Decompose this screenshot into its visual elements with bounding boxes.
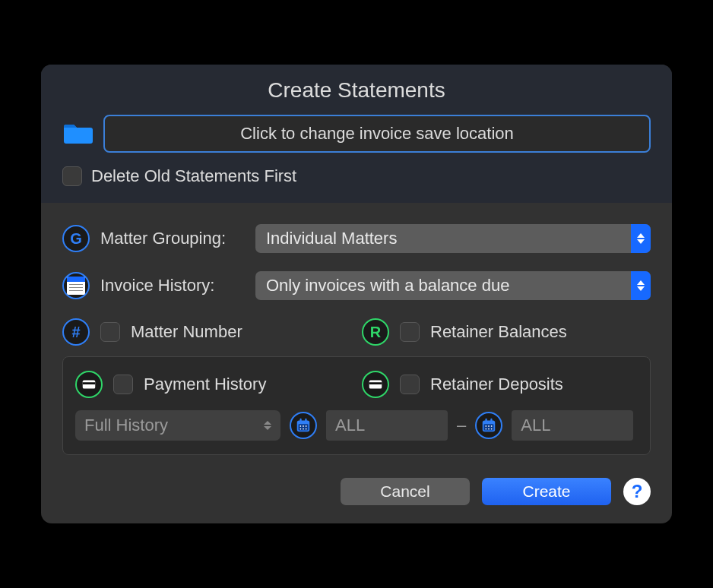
chevron-updown-icon [631,224,651,253]
calendar-to-icon[interactable] [475,412,502,439]
svg-point-10 [306,425,307,427]
retainer-deposits-option: Retainer Deposits [362,371,638,398]
svg-point-23 [491,428,493,430]
invoice-history-select[interactable]: Only invoices with a balance due [255,271,651,300]
date-to-value: ALL [521,416,550,435]
invoice-icon [62,272,90,299]
payment-history-option: Payment History [75,371,351,398]
retainer-deposits-label: Retainer Deposits [430,375,563,394]
invoice-history-label: Invoice History: [100,276,245,296]
retainer-balances-option: R Retainer Balances [362,318,651,346]
history-range-select[interactable]: Full History [75,410,280,441]
delete-old-checkbox[interactable] [62,166,82,186]
save-location-row: Click to change invoice save location [62,115,651,153]
svg-rect-3 [369,382,382,384]
invoice-history-row: Invoice History: Only invoices with a ba… [62,271,651,300]
hash-icon: # [62,318,90,346]
matter-grouping-value: Individual Matters [266,229,397,248]
delete-old-row: Delete Old Statements First [62,166,651,186]
date-range-row: Full History ALL – [75,410,638,441]
change-save-location-button[interactable]: Click to change invoice save location [103,115,651,153]
payment-history-checkbox[interactable] [113,375,133,394]
dialog-title: Create Statements [62,78,651,103]
dialog-header: Create Statements Click to change invoic… [41,65,672,203]
svg-point-22 [488,428,490,430]
card-icon [75,371,103,398]
svg-rect-17 [491,419,493,422]
svg-point-18 [486,425,487,427]
chevron-updown-icon [264,421,271,430]
svg-point-9 [303,425,304,427]
history-range-value: Full History [84,416,168,435]
options-row-1: # Matter Number R Retainer Balances [62,318,651,346]
create-button[interactable]: Create [482,478,611,505]
history-panel: Payment History Retainer Deposits Full H… [62,356,651,455]
grouping-icon: G [62,225,90,252]
svg-point-12 [303,428,304,430]
invoice-history-value: Only invoices with a balance due [266,276,509,296]
dialog-footer: Cancel Create ? [62,478,651,505]
svg-rect-6 [299,419,301,422]
svg-point-8 [299,425,301,427]
matter-number-checkbox[interactable] [100,322,120,342]
matter-number-label: Matter Number [131,322,242,342]
matter-number-option: # Matter Number [62,318,351,346]
svg-rect-1 [83,382,96,384]
svg-point-20 [491,425,493,427]
svg-rect-7 [305,419,306,422]
date-range-separator: – [457,416,466,435]
history-panel-top: Payment History Retainer Deposits [75,371,638,398]
svg-point-13 [306,428,307,430]
create-statements-dialog: Create Statements Click to change invoic… [41,65,672,523]
dialog-body: G Matter Grouping: Individual Matters In… [41,203,672,523]
svg-point-11 [299,428,301,430]
date-from-field[interactable]: ALL [326,410,448,441]
matter-grouping-select[interactable]: Individual Matters [255,224,651,253]
matter-grouping-label: Matter Grouping: [100,229,245,248]
svg-rect-16 [486,419,487,422]
cancel-button[interactable]: Cancel [341,478,470,505]
delete-old-label: Delete Old Statements First [91,166,296,186]
retainer-balances-label: Retainer Balances [430,322,567,342]
retainer-icon: R [362,318,389,346]
date-from-value: ALL [335,416,365,435]
folder-icon [62,122,93,145]
card-icon [362,371,389,398]
svg-point-21 [486,428,487,430]
chevron-updown-icon [631,271,651,300]
matter-grouping-row: G Matter Grouping: Individual Matters [62,224,651,253]
help-button[interactable]: ? [623,478,651,505]
retainer-balances-checkbox[interactable] [400,322,420,342]
svg-point-19 [488,425,490,427]
date-to-field[interactable]: ALL [512,410,633,441]
calendar-from-icon[interactable] [290,412,317,439]
payment-history-label: Payment History [144,375,266,394]
retainer-deposits-checkbox[interactable] [400,375,420,394]
